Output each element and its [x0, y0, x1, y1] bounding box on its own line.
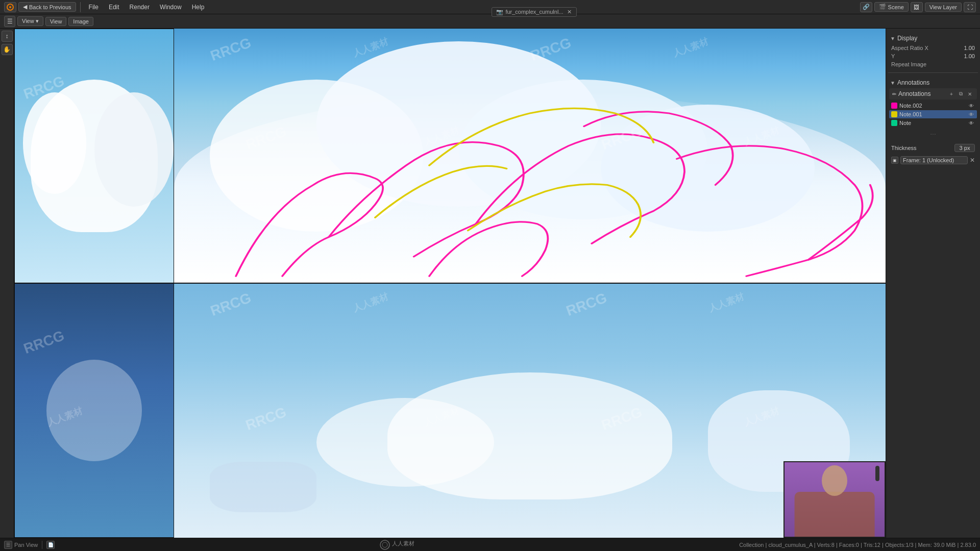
annotation-item-1[interactable]: Note.001 👁: [889, 110, 977, 118]
render-icon-btn[interactable]: 🖼: [911, 2, 923, 12]
annotation-name-1: Note.001: [899, 111, 966, 117]
view-label: View ▾: [22, 18, 39, 24]
menu-file[interactable]: File: [85, 3, 103, 12]
annotation-item-0[interactable]: Note.002 👁: [889, 102, 977, 110]
logo-icon: [380, 540, 390, 550]
scene-icon: 🎬: [879, 4, 886, 10]
frame-label[interactable]: Frame: 1 (Unlocked): [900, 156, 968, 164]
svg-point-1: [9, 6, 11, 8]
mode-icon-btn[interactable]: ☰: [4, 16, 15, 27]
visibility-icon-2[interactable]: 👁: [968, 120, 975, 126]
visibility-icon-0[interactable]: 👁: [968, 103, 975, 108]
thumbnail-top[interactable]: RRCG 人人素材: [14, 29, 174, 283]
status-center-text: 人人素材: [392, 540, 414, 550]
view-layer-btn[interactable]: View Layer: [925, 3, 962, 12]
svg-point-2: [380, 540, 389, 549]
canvas-bg-top: RRCG 人人素材 RRCG 人人素材 RRCG 人人素材 RRCG 人人素材: [174, 29, 886, 283]
right-panel: ▼ Display Aspect Ratio X 1.00 Y 1.00 Rep…: [886, 29, 980, 538]
url-bar[interactable]: 📷 fur_complex_cumulnl... ✕: [492, 7, 576, 17]
view-dropdown-btn[interactable]: View ▾: [17, 16, 43, 26]
repeat-image-row[interactable]: Repeat Image: [889, 60, 977, 68]
view2-btn[interactable]: View: [45, 17, 67, 26]
canvas-top[interactable]: RRCG 人人素材 RRCG 人人素材 RRCG 人人素材 RRCG 人人素材: [174, 29, 886, 284]
expand-dots: ···: [930, 130, 936, 138]
status-sep-1: [42, 541, 42, 549]
thumbnail-bottom[interactable]: RRCG 人人素材: [14, 283, 174, 538]
second-toolbar: ☰ View ▾ View Image: [0, 14, 980, 29]
expand-row: ···: [889, 128, 977, 140]
visibility-icon-1[interactable]: 👁: [968, 112, 975, 117]
menu-render[interactable]: Render: [126, 3, 154, 12]
annotations-collapse-arrow[interactable]: ▼: [890, 80, 895, 86]
menu-window[interactable]: Window: [156, 3, 186, 12]
back-icon: ◀: [23, 4, 27, 10]
transform-tool-btn[interactable]: ↕: [2, 31, 13, 42]
status-icon-mid: 📄: [46, 541, 55, 549]
status-right-info: Collection | cloud_cumulus_A | Verts:8 |…: [739, 542, 976, 548]
status-bar: ☰ Pan View 📄 人人素材 Collection | cloud_cum…: [0, 538, 980, 551]
annotation-color-0: [891, 103, 897, 109]
status-left: ☰ Pan View: [4, 541, 38, 549]
image-btn[interactable]: Image: [68, 17, 93, 26]
pan-tool-btn[interactable]: ✋: [2, 44, 13, 55]
camera-icon: 📷: [496, 9, 503, 15]
display-collapse-arrow[interactable]: ▼: [890, 36, 895, 41]
display-section-title: ▼ Display: [889, 33, 977, 44]
menu-edit[interactable]: Edit: [105, 3, 124, 12]
annotations-header-label: Annotations: [898, 90, 930, 97]
annotation-name-2: Note: [899, 120, 966, 126]
frame-icon: ▣: [891, 157, 898, 164]
thickness-value[interactable]: 3 px: [954, 144, 975, 152]
canvas-area: RRCG 人人素材 RRCG 人人素材 RRCG 人人素材 RRCG 人人素材: [174, 29, 886, 538]
annotation-item-2[interactable]: Note 👁: [889, 119, 977, 127]
remove-annotation-btn[interactable]: ✕: [966, 90, 974, 98]
annotations-section-title: ▼ Annotations: [889, 77, 977, 88]
add-annotation-btn[interactable]: +: [947, 90, 955, 98]
status-icon-left: ☰: [4, 541, 12, 549]
view2-label: View: [50, 18, 62, 24]
separator: [80, 2, 81, 12]
display-section: ▼ Display Aspect Ratio X 1.00 Y 1.00 Rep…: [888, 31, 978, 70]
back-to-previous-btn[interactable]: ◀ Back to Previous: [18, 2, 76, 12]
annotation-color-1: [891, 111, 897, 117]
status-center-logo: 人人素材: [286, 540, 508, 550]
pen-icon: ✏: [892, 91, 896, 97]
webcam-person-view: [785, 462, 885, 537]
top-menubar: ◀ Back to Previous File Edit Render Wind…: [0, 0, 980, 14]
blender-icon-btn[interactable]: [4, 2, 16, 12]
expand-icon-btn[interactable]: ⛶: [964, 2, 976, 12]
panel-divider-1: [888, 72, 978, 73]
webcam-overlay: [783, 461, 886, 538]
menu-help[interactable]: Help: [188, 3, 209, 12]
main-area: ↕ ✋ RRCG 人人素材 RRCG: [0, 29, 980, 538]
aspect-ratio-x-row: Aspect Ratio X 1.00: [889, 44, 977, 52]
annotation-name-0: Note.002: [899, 103, 966, 109]
canvas-bottom[interactable]: RRCG 人人素材 RRCG 人人素材 RRCG 人人素材 RRCG 人人素材: [174, 284, 886, 538]
svg-point-3: [382, 542, 387, 547]
thickness-label: Thickness: [891, 145, 954, 151]
status-pan-view: Pan View: [14, 542, 38, 548]
thickness-row: Thickness 3 px: [889, 142, 977, 154]
frame-row: ▣ Frame: 1 (Unlocked) ✕: [889, 155, 977, 165]
frame-close-btn[interactable]: ✕: [970, 157, 975, 164]
annotation-color-2: [891, 120, 897, 126]
scene-btn[interactable]: 🎬 Scene: [874, 2, 909, 12]
left-panel: RRCG 人人素材 RRCG 人人素材: [14, 29, 174, 538]
left-tools: ↕ ✋: [0, 29, 14, 538]
duplicate-annotation-btn[interactable]: ⧉: [957, 90, 965, 98]
annotations-header: ✏ Annotations + ⧉ ✕: [889, 88, 977, 99]
canvas-bg-bottom: RRCG 人人素材 RRCG 人人素材 RRCG 人人素材 RRCG 人人素材: [174, 284, 886, 538]
link-icon-btn[interactable]: 🔗: [860, 2, 872, 12]
annotations-section: ▼ Annotations ✏ Annotations + ⧉ ✕ Note.0…: [888, 75, 978, 167]
aspect-ratio-y-row: Y 1.00: [889, 52, 977, 60]
close-icon[interactable]: ✕: [567, 9, 572, 15]
image-label: Image: [73, 18, 89, 24]
